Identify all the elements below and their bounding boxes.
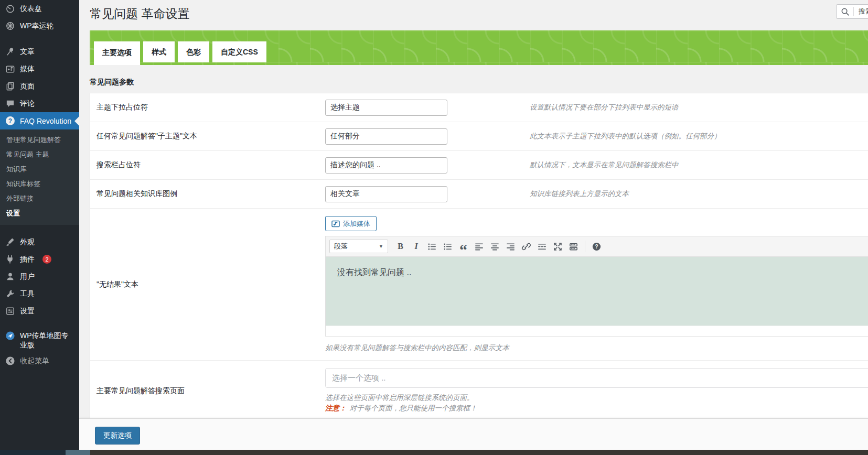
sidebar-item-label: WP传单地图专业版 (20, 331, 75, 350)
faq-question-icon: ? (5, 116, 15, 126)
paragraph-format-select[interactable]: 段落 ▼ (329, 240, 388, 253)
field-label: 主题下拉占位符 (90, 103, 325, 112)
select-placeholder: 选择一个选项 .. (332, 373, 386, 383)
brush-icon (5, 237, 15, 247)
bulleted-list-button[interactable] (425, 240, 439, 253)
blockquote-button[interactable]: “ (456, 240, 470, 253)
tab-colors[interactable]: 色彩 (178, 41, 209, 62)
collapse-arrow-icon (5, 356, 15, 366)
menu-separator (0, 35, 79, 43)
wrench-icon (5, 289, 15, 299)
italic-button[interactable]: I (409, 240, 423, 253)
pages-icon (5, 81, 15, 91)
sidebar-item-label: 收起菜单 (20, 356, 49, 366)
note-label: 注意： (325, 404, 347, 412)
media-button-icon (331, 220, 340, 228)
sidebar-item-faq-revolution[interactable]: ? FAQ Revolution (0, 112, 79, 129)
table-row: 搜索栏占位符 默认情况下，文本显示在常见问题解答搜索栏中 (90, 151, 868, 180)
strip-segment (66, 450, 90, 455)
sidebar-item-appearance[interactable]: 外观 (0, 233, 79, 251)
sidebar-item-collapse-menu[interactable]: 收起菜单 (0, 352, 79, 370)
sidebar-item-comments[interactable]: 评论 (0, 95, 79, 112)
sidebar-item-label: WP幸运轮 (20, 21, 54, 31)
admin-search-box[interactable]: 搜索 (836, 4, 868, 19)
add-media-label: 添加媒体 (343, 219, 370, 229)
settings-form-table: 主题下拉占位符 设置默认情况下要在部分下拉列表中显示的短语 任何常见问题解答"子… (90, 93, 868, 421)
sidebar-item-tools[interactable]: 工具 (0, 285, 79, 302)
dashboard-icon (5, 4, 15, 14)
field-description: 设置默认情况下要在部分下拉列表中显示的短语 (530, 103, 868, 112)
paragraph-select-value: 段落 (334, 242, 348, 251)
editor-content-area[interactable]: 没有找到常见问题 .. (326, 257, 868, 326)
select-description: 选择在这些页面中将启用深层链接系统的页面。 (325, 393, 868, 403)
menu-separator (0, 320, 79, 328)
faq-search-page-select[interactable]: 选择一个选项 .. (325, 368, 868, 388)
sidebar-item-posts[interactable]: 文章 (0, 43, 79, 60)
field-label: 搜索栏占位符 (90, 160, 325, 170)
sidebar-item-dashboard[interactable]: 仪表盘 (0, 0, 79, 17)
tab-custom-css[interactable]: 自定义CSS (212, 41, 266, 62)
toolbar-toggle-button[interactable] (566, 240, 581, 253)
submenu-item-manage-faqs[interactable]: 管理常见问题解答 (0, 133, 79, 147)
any-subtopic-text-input[interactable] (325, 128, 447, 145)
field-label: 主要常见问题解答搜索页面 (90, 386, 325, 396)
link-button[interactable] (519, 240, 533, 253)
current-menu-arrow (70, 116, 79, 126)
numbered-list-button[interactable] (441, 240, 455, 253)
update-options-button[interactable]: 更新选项 (95, 427, 140, 445)
sidebar-item-label: 工具 (20, 289, 35, 299)
table-row-page-select: 主要常见问题解答搜索页面 选择一个选项 .. 选择在这些页面中将启用深层链接系统… (90, 361, 868, 421)
wysiwyg-editor: 段落 ▼ B I “ (325, 236, 868, 337)
sidebar-item-label: 设置 (20, 307, 35, 316)
submenu-item-knowledge-base[interactable]: 知识库 (0, 162, 79, 177)
fullscreen-button[interactable] (551, 240, 565, 253)
media-icon (5, 64, 15, 74)
field-description: 默认情况下，文本显示在常见问题解答搜索栏中 (530, 160, 868, 170)
sidebar-item-pages[interactable]: 页面 (0, 78, 79, 95)
tab-styles[interactable]: 样式 (143, 41, 175, 62)
page-title: 常见问题 革命设置 (90, 0, 868, 23)
sidebar-item-label: 评论 (20, 99, 35, 109)
sidebar-item-plugins[interactable]: 插件 2 (0, 251, 79, 268)
sidebar-item-media[interactable]: 媒体 (0, 60, 79, 78)
strip-segment (0, 450, 66, 455)
comment-icon (5, 99, 15, 109)
submenu-item-external-links[interactable]: 外部链接 (0, 191, 79, 206)
search-label: 搜索 (854, 7, 868, 16)
search-bar-placeholder-input[interactable] (325, 157, 447, 174)
submenu-item-settings-current[interactable]: 设置 (0, 206, 79, 221)
submenu-item-faq-topics[interactable]: 常见问题 主题 (0, 147, 79, 162)
field-description: 选择在这些页面中将启用深层链接系统的页面。 注意：对于每个页面，您只能使用一个搜… (325, 393, 868, 414)
bottom-edge-strip (0, 450, 868, 455)
add-media-button[interactable]: 添加媒体 (325, 216, 377, 231)
table-row: 常见问题相关知识库图例 知识库链接列表上方显示的文本 (90, 180, 868, 209)
read-more-tag-button[interactable] (535, 240, 549, 253)
field-description: 此文本表示子主题下拉列表中的默认选项（例如。任何部分） (530, 132, 868, 141)
section-title: 常见问题参数 (90, 78, 868, 87)
topic-dropdown-placeholder-input[interactable] (325, 100, 447, 116)
map-plane-icon (5, 331, 15, 341)
help-button[interactable]: ? (590, 240, 604, 253)
sidebar-item-users[interactable]: 用户 (0, 268, 79, 285)
related-kb-legend-input[interactable] (325, 186, 447, 202)
pin-icon (5, 47, 15, 57)
table-row: 任何常见问题解答"子主题"文本 此文本表示子主题下拉列表中的默认选项（例如。任何… (90, 122, 868, 151)
sidebar-item-wp-lucky-wheel[interactable]: WP幸运轮 (0, 17, 79, 35)
align-center-button[interactable] (488, 240, 502, 253)
editor-toolbar: 段落 ▼ B I “ (326, 236, 868, 257)
table-row-editor: "无结果"文本 添加媒体 段落 ▼ B I (90, 209, 868, 361)
submenu-item-kb-tags[interactable]: 知识库标签 (0, 177, 79, 191)
align-right-button[interactable] (503, 240, 518, 253)
sidebar-item-label: 用户 (20, 272, 35, 281)
sidebar-item-wp-map-plugin[interactable]: WP传单地图专业版 (0, 328, 79, 352)
tab-main-options[interactable]: 主要选项 (94, 41, 140, 65)
bold-button[interactable]: B (393, 240, 408, 253)
sidebar-item-settings[interactable]: 设置 (0, 302, 79, 320)
align-left-button[interactable] (472, 240, 486, 253)
plugins-update-badge: 2 (42, 255, 51, 264)
sidebar-item-label: 文章 (20, 47, 35, 57)
toolbar-separator (585, 241, 585, 252)
settings-tabs: 主要选项 样式 色彩 自定义CSS (94, 41, 266, 65)
field-label: 任何常见问题解答"子主题"文本 (90, 132, 325, 141)
admin-sidebar: 仪表盘 WP幸运轮 文章 媒体 页面 评论 ? FAQ Revolution (0, 0, 79, 450)
